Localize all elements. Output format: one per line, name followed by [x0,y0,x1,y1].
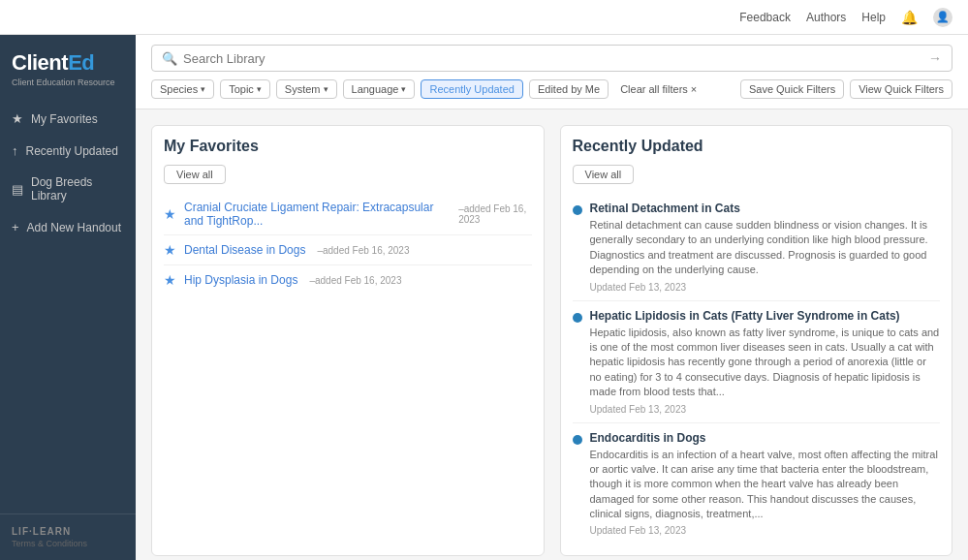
chevron-down-icon: ▾ [324,84,328,94]
recently-updated-title: Recently Updated [573,138,941,155]
search-input-wrap: 🔍 → [151,45,952,72]
edited-by-me-filter[interactable]: Edited by Me [529,79,609,99]
favorite-meta: –added Feb 16, 2023 [309,275,401,286]
view-quick-filters-button[interactable]: View Quick Filters [850,79,952,99]
sidebar-item-add-handout[interactable]: + Add New Handout [0,211,136,243]
chevron-down-icon: ▾ [257,84,262,94]
updated-dot-indicator [573,435,582,445]
recently-updated-item-desc: Retinal detachment can cause sudden blin… [590,218,941,278]
star-icon: ★ [164,206,176,222]
filters-row: Species ▾ Topic ▾ System ▾ Language ▾ [151,79,952,99]
sidebar-item-label: Dog Breeds Library [31,175,124,202]
recently-updated-item-title[interactable]: Retinal Detachment in Cats [590,202,941,215]
recently-updated-view-all-button[interactable]: View all [573,165,635,184]
chevron-down-icon: ▾ [201,84,205,94]
language-label: Language [352,83,399,95]
language-filter[interactable]: Language ▾ [343,79,416,99]
up-arrow-icon: ↑ [12,143,18,158]
recently-updated-item: Retinal Detachment in Cats Retinal detac… [573,194,941,301]
sidebar-nav: ★ My Favorites ↑ Recently Updated ▤ Dog … [0,103,136,513]
recently-updated-content: Retinal Detachment in Cats Retinal detac… [590,202,941,293]
chevron-down-icon: ▾ [401,84,406,94]
sidebar-item-label: Add New Handout [27,221,121,234]
user-avatar[interactable]: 👤 [933,8,952,27]
favorite-meta: –added Feb 16, 2023 [458,203,531,225]
recently-updated-card: Recently Updated View all Retinal Detach… [560,125,953,556]
lifelearn-logo: LIF·LEARN [12,526,124,537]
brand-tagline: Client Education Resource [12,78,124,87]
authors-link[interactable]: Authors [806,11,846,24]
updated-dot-indicator [573,313,582,323]
main-content: 🔍 → Species ▾ Topic ▾ System ▾ [136,35,968,560]
recently-updated-item-desc: Hepatic lipidosis, also known as fatty l… [590,326,941,400]
help-link[interactable]: Help [861,11,886,24]
search-submit-icon[interactable]: → [928,50,942,66]
recently-updated-label: Recently Updated [429,83,514,95]
recently-updated-item-desc: Endocarditis is an infection of a heart … [590,448,941,522]
favorite-title: Hip Dysplasia in Dogs [184,273,297,287]
system-label: System [285,83,321,95]
plus-icon: + [12,220,19,234]
topic-filter[interactable]: Topic ▾ [220,79,270,99]
sidebar-bottom: LIF·LEARN Terms & Conditions [0,513,136,560]
feedback-link[interactable]: Feedback [739,11,791,24]
star-icon: ★ [12,111,23,126]
list-icon: ▤ [12,182,23,197]
recently-updated-item-date: Updated Feb 13, 2023 [590,525,941,536]
content-grid: My Favorites View all ★ Cranial Cruciate… [136,109,968,560]
bell-icon[interactable]: 🔔 [901,10,918,25]
sidebar: ClientEd Client Education Resource ★ My … [0,35,136,560]
brand-name: ClientEd [12,50,124,76]
favorite-item[interactable]: ★ Cranial Cruciate Ligament Repair: Extr… [164,194,532,235]
recently-updated-item: Endocarditis in Dogs Endocarditis is an … [573,423,941,544]
topic-label: Topic [229,83,254,95]
sidebar-item-my-favorites[interactable]: ★ My Favorites [0,103,136,135]
sidebar-item-dog-breeds[interactable]: ▤ Dog Breeds Library [0,167,136,211]
sidebar-item-label: Recently Updated [26,144,118,158]
favorite-item[interactable]: ★ Hip Dysplasia in Dogs –added Feb 16, 2… [164,265,532,295]
favorite-item[interactable]: ★ Dental Disease in Dogs –added Feb 16, … [164,235,532,265]
species-filter[interactable]: Species ▾ [151,79,214,99]
recently-updated-content: Endocarditis in Dogs Endocarditis is an … [590,431,941,537]
save-quick-filters-button[interactable]: Save Quick Filters [740,79,844,99]
favorites-view-all-button[interactable]: View all [164,165,226,184]
recently-updated-item-title[interactable]: Hepatic Lipidosis in Cats (Fatty Liver S… [590,309,941,323]
recently-updated-item-date: Updated Feb 13, 2023 [590,282,941,293]
recently-updated-item: Hepatic Lipidosis in Cats (Fatty Liver S… [573,301,941,423]
sidebar-item-label: My Favorites [31,112,98,126]
top-navigation: Feedback Authors Help 🔔 👤 [0,0,968,35]
star-icon: ★ [164,272,176,288]
favorite-title: Cranial Cruciate Ligament Repair: Extrac… [184,201,447,228]
sidebar-item-recently-updated[interactable]: ↑ Recently Updated [0,135,136,167]
favorite-title: Dental Disease in Dogs [184,243,305,257]
star-icon: ★ [164,242,176,258]
updated-dot-indicator [573,205,582,215]
species-label: Species [160,83,198,95]
sidebar-logo: ClientEd Client Education Resource [0,35,136,95]
search-icon: 🔍 [162,51,177,66]
favorite-meta: –added Feb 16, 2023 [317,245,409,256]
recently-updated-item-date: Updated Feb 13, 2023 [590,404,941,415]
recently-updated-filter[interactable]: Recently Updated [421,79,522,99]
clear-all-filters-button[interactable]: Clear all filters × [614,80,703,98]
terms-link[interactable]: Terms & Conditions [12,539,124,548]
search-input[interactable] [183,51,928,66]
system-filter[interactable]: System ▾ [276,79,337,99]
recently-updated-item-title[interactable]: Endocarditis in Dogs [590,431,941,445]
search-bar-container: 🔍 → Species ▾ Topic ▾ System ▾ [136,35,968,109]
my-favorites-title: My Favorites [164,138,532,155]
recently-updated-content: Hepatic Lipidosis in Cats (Fatty Liver S… [590,309,941,415]
my-favorites-card: My Favorites View all ★ Cranial Cruciate… [151,125,545,556]
edited-by-me-label: Edited by Me [538,83,600,95]
